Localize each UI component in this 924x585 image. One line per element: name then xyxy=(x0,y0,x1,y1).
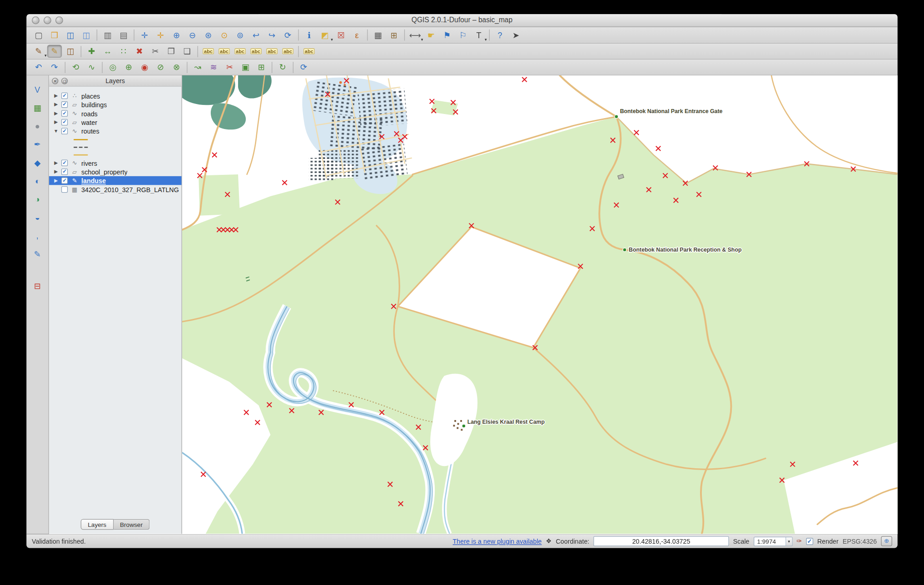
add-raster-layer-icon[interactable]: ▦ xyxy=(30,101,45,115)
plugin-icon[interactable]: ❖ xyxy=(546,537,552,545)
field-calculator-icon[interactable]: ⊞ xyxy=(387,29,401,42)
zoom-full-icon[interactable]: ⊛ xyxy=(201,29,215,42)
current-edits-icon[interactable]: ✎▾ xyxy=(31,45,46,58)
expand-arrow-icon[interactable]: ▼ xyxy=(53,129,59,134)
chevron-down-icon[interactable]: ▾ xyxy=(785,537,792,545)
layer-visibility-checkbox[interactable]: ✓ xyxy=(61,93,68,99)
add-wms-layer-icon[interactable]: ◐ xyxy=(30,174,45,188)
copy-features-icon[interactable]: ❐ xyxy=(164,45,179,58)
delete-ring-icon[interactable]: ⊘ xyxy=(153,61,168,74)
select-features-icon[interactable]: ◩▾ xyxy=(318,29,332,42)
label-move-icon[interactable]: abc xyxy=(248,45,263,58)
layer-item-rivers[interactable]: ▶✓∿rivers xyxy=(49,159,182,167)
labeling-icon[interactable]: abc xyxy=(201,45,215,58)
expand-arrow-icon[interactable]: ▶ xyxy=(53,160,59,166)
merge-attributes-icon[interactable]: ⊞ xyxy=(254,61,268,74)
coordinate-input[interactable] xyxy=(593,536,729,546)
dropdown-arrow-icon[interactable]: ▾ xyxy=(45,53,47,58)
dropdown-arrow-icon[interactable]: ▾ xyxy=(331,37,333,41)
render-checkbox[interactable]: ✓ xyxy=(806,538,813,545)
layer-item-roads[interactable]: ▶✓∿roads xyxy=(49,109,182,118)
refresh-icon[interactable]: ⟳ xyxy=(280,29,295,42)
split-features-icon[interactable]: ✂ xyxy=(222,61,237,74)
map-tips-icon[interactable]: ☛ xyxy=(424,29,438,42)
annotation-icon[interactable]: T▾ xyxy=(472,29,486,42)
save-layer-edits-icon[interactable]: ◫ xyxy=(63,45,78,58)
label-properties-icon[interactable]: abc xyxy=(302,45,316,58)
add-vector-layer-icon[interactable]: V xyxy=(30,83,45,97)
open-project-icon[interactable]: ❒ xyxy=(47,29,62,42)
undo-icon[interactable]: ↶ xyxy=(31,61,46,74)
save-project-as-icon[interactable]: ◫ xyxy=(79,29,94,42)
simplify-feature-icon[interactable]: ∿ xyxy=(84,61,99,74)
layer-visibility-checkbox[interactable]: ✓ xyxy=(61,177,68,183)
measure-icon[interactable]: ⟷▾ xyxy=(408,29,422,42)
toggle-editing-icon[interactable]: ✎ xyxy=(47,45,62,58)
label-rotate-icon[interactable]: abc xyxy=(264,45,279,58)
add-wcs-layer-icon[interactable]: ◑ xyxy=(30,192,45,206)
add-mssql-layer-icon[interactable]: ◆ xyxy=(30,155,45,169)
add-spatialite-layer-icon[interactable]: ✒ xyxy=(30,137,45,151)
cut-features-icon[interactable]: ✂ xyxy=(148,45,163,58)
expand-arrow-icon[interactable]: ▶ xyxy=(53,111,59,116)
dropdown-arrow-icon[interactable]: ▾ xyxy=(421,37,423,41)
expand-arrow-icon[interactable]: ▶ xyxy=(53,102,59,107)
new-bookmark-icon[interactable]: ⚑ xyxy=(440,29,454,42)
new-project-icon[interactable]: ▢ xyxy=(31,29,46,42)
new-shapefile-layer-icon[interactable]: ✎ xyxy=(30,247,45,261)
pan-map-icon[interactable]: ✛ xyxy=(137,29,152,42)
reshape-features-icon[interactable]: ↝ xyxy=(190,61,205,74)
routes-symbol-row[interactable] xyxy=(49,135,182,143)
add-delimited-text-layer-icon[interactable]: , xyxy=(30,228,45,243)
layer-visibility-checkbox[interactable]: ✓ xyxy=(61,128,68,134)
layer-visibility-checkbox[interactable]: ✓ xyxy=(61,160,68,166)
pan-to-selection-icon[interactable]: ✛ xyxy=(153,29,168,42)
label-highlight-icon[interactable]: abc xyxy=(233,45,247,58)
plugin-link[interactable]: There is a new plugin available xyxy=(453,538,542,545)
identify-icon[interactable]: ℹ xyxy=(302,29,316,42)
rotate-point-symbols-icon[interactable]: ↻ xyxy=(275,61,290,74)
layer-item-school_property[interactable]: ▶✓▱school_property xyxy=(49,167,182,176)
add-postgis-layer-icon[interactable]: ● xyxy=(30,119,45,133)
layer-item-3420C_2010_327_RGB_LATLNG[interactable]: ▦3420C_2010_327_RGB_LATLNG xyxy=(49,185,182,193)
offset-point-symbols-icon[interactable]: ⟳ xyxy=(296,61,311,74)
expand-arrow-icon[interactable]: ▶ xyxy=(53,169,59,174)
layer-visibility-checkbox[interactable] xyxy=(61,186,68,193)
panel-tab-layers[interactable]: Layers xyxy=(81,519,114,530)
map-canvas[interactable]: Bontebok National Park Entrance GateBont… xyxy=(182,75,898,534)
zoom-last-icon[interactable]: ↩ xyxy=(248,29,263,42)
label-pin-icon[interactable]: abc xyxy=(217,45,231,58)
minimize-button[interactable] xyxy=(44,16,51,24)
layer-item-buildings[interactable]: ▶✓▱buildings xyxy=(49,100,182,109)
offset-curve-icon[interactable]: ≋ xyxy=(206,61,221,74)
titlebar[interactable]: QGIS 2.0.1-Dufour – basic_map xyxy=(26,14,897,27)
select-by-expression-icon[interactable]: ε xyxy=(349,29,364,42)
composer-manager-icon[interactable]: ▤ xyxy=(116,29,131,42)
help-icon[interactable]: ? xyxy=(492,29,507,42)
zoom-next-icon[interactable]: ↪ xyxy=(264,29,279,42)
node-tool-icon[interactable]: ∷ xyxy=(116,45,131,58)
layer-visibility-checkbox[interactable]: ✓ xyxy=(61,110,68,117)
layer-visibility-checkbox[interactable]: ✓ xyxy=(61,119,68,125)
add-wfs-layer-icon[interactable]: ◒ xyxy=(30,210,45,224)
layer-item-landuse[interactable]: ▶✓✎landuse xyxy=(49,176,182,185)
zoom-in-icon[interactable]: ⊕ xyxy=(169,29,184,42)
new-composer-icon[interactable]: ▥ xyxy=(100,29,115,42)
zoom-to-selection-icon[interactable]: ⊙ xyxy=(217,29,231,42)
routes-symbol-row[interactable] xyxy=(49,151,182,159)
add-ring-icon[interactable]: ◎ xyxy=(105,61,120,74)
merge-features-icon[interactable]: ▣ xyxy=(238,61,253,74)
delete-part-icon[interactable]: ⊗ xyxy=(169,61,184,74)
expand-arrow-icon[interactable]: ▶ xyxy=(53,93,59,99)
attribute-table-icon[interactable]: ▦ xyxy=(371,29,385,42)
layer-item-places[interactable]: ▶✓∴places xyxy=(49,91,182,100)
rotate-feature-icon[interactable]: ⟲ xyxy=(68,61,83,74)
add-part-icon[interactable]: ⊕ xyxy=(121,61,136,74)
layer-item-water[interactable]: ▶✓▱water xyxy=(49,118,182,126)
show-bookmarks-icon[interactable]: ⚐ xyxy=(456,29,470,42)
zoom-to-layer-icon[interactable]: ⊚ xyxy=(233,29,247,42)
layer-visibility-checkbox[interactable]: ✓ xyxy=(61,169,68,175)
expand-arrow-icon[interactable]: ▶ xyxy=(53,119,59,125)
panel-tab-browser[interactable]: Browser xyxy=(114,519,150,530)
expand-arrow-icon[interactable]: ▶ xyxy=(53,178,59,183)
